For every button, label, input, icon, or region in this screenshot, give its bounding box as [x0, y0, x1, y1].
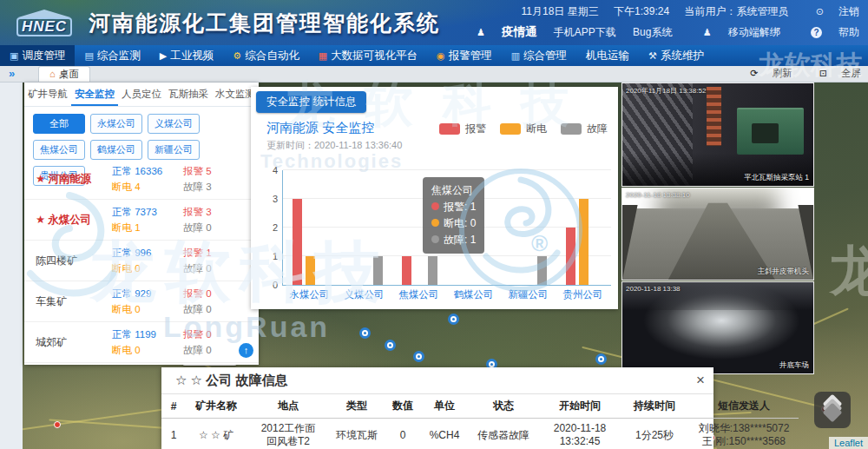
refresh-button[interactable]: ⟳刷新 [738, 68, 792, 78]
company-stats-row[interactable]: 陈四楼矿正常 996断电 0报警 1故障 0 [24, 241, 259, 281]
bar-断电-贵州公司[interactable] [579, 199, 589, 285]
table-cell: 0 [384, 419, 422, 449]
tooltip-row: 断电: 0 [431, 215, 476, 232]
bar-故障-新疆公司[interactable] [537, 256, 547, 285]
x-axis-label[interactable]: 永煤公司 [282, 288, 337, 301]
collapse-chevron-icon[interactable]: » [9, 67, 15, 80]
table-column-header: 矿井名称 [186, 394, 247, 419]
company-stats-row[interactable]: 车集矿正常 929断电 0报警 0故障 0 [24, 281, 259, 322]
main-nav: ▣调度管理▤综合监测▶工业视频⚙综合自动化▦大数据可视化平台◉报警管理▥综合管理… [0, 45, 868, 66]
map-marker[interactable] [359, 327, 371, 339]
company-name: 陈四楼矿 [24, 254, 112, 268]
bar-报警-贵州公司[interactable] [566, 228, 575, 285]
fault-panel-header: ☆ ☆ 公司 故障信息 × [161, 367, 713, 394]
chart-panel: 安全监控 统计信息 河南能源 安全监控 更新时间：2020-11-18 13:3… [251, 87, 618, 309]
map-marker[interactable] [385, 340, 396, 351]
x-axis-label[interactable]: 焦煤公司 [391, 288, 446, 301]
nav-item-dispatch-management[interactable]: ▣调度管理 [0, 45, 75, 66]
x-axis-label[interactable]: 义煤公司 [337, 288, 391, 301]
link-help[interactable]: ?帮助 [797, 26, 859, 38]
filter-button-jiaomei[interactable]: 焦煤公司 [33, 140, 85, 160]
power-off-count: 断电 0 [112, 301, 183, 317]
close-icon[interactable]: × [696, 367, 705, 393]
company-stats-row[interactable]: ★永煤公司正常 7373断电 1报警 3故障 0 [24, 200, 259, 241]
alarm-count: 报警 5 [183, 163, 254, 179]
panel-tab-mine-navigation[interactable]: 矿井导航 [24, 83, 71, 106]
camera-feed-2[interactable]: 2020-11-18 13:38:10 主斜井皮带机头 [621, 188, 814, 281]
page-title: 河南能源化工集团管理智能化系统 [89, 9, 440, 37]
panel-tab-gas-extraction[interactable]: 瓦斯抽采 [165, 83, 212, 106]
panel-tab-safety-monitoring[interactable]: 安全监控 [71, 83, 118, 106]
camera-feed-3[interactable]: 2020-11-18 13:38 井底车场 [621, 281, 814, 374]
map-marker[interactable] [595, 353, 607, 365]
y-tick-label: 4 [273, 165, 278, 175]
map-marker[interactable] [413, 351, 424, 362]
company-stats-list: ★河南能源正常 16336断电 4报警 5故障 3★永煤公司正常 7373断电 … [24, 159, 259, 365]
logout-button[interactable]: ⊙注销 [804, 5, 859, 17]
link-bug-system[interactable]: Bug系统 [633, 26, 672, 38]
left-rail [0, 83, 23, 449]
nav-item-label: 综合监测 [97, 49, 141, 63]
nav-item-system-maintenance[interactable]: ⚒系统维护 [639, 45, 713, 66]
nav-item-integrated-automation[interactable]: ⚙综合自动化 [223, 45, 308, 66]
alarm-count: 报警 0 [183, 286, 254, 301]
nav-item-label: 调度管理 [22, 49, 65, 63]
x-axis-label[interactable]: 贵州公司 [556, 288, 610, 301]
link-mobile-unbind[interactable]: ♟移动端解绑 [689, 26, 780, 38]
table-column-header: 单位 [422, 394, 467, 419]
chart-gridline [283, 255, 611, 256]
map-marker[interactable] [448, 314, 459, 325]
link-yiqingtong[interactable]: ♟疫情通 [463, 25, 536, 38]
header-right: 11月18日 星期三 下午1:39:24 当前用户：系统管理员 ⊙注销 ♟疫情通… [449, 4, 859, 40]
nav-item-electromechanical-transport[interactable]: 机电运输 [576, 45, 639, 66]
filter-button-all[interactable]: 全部 [33, 114, 85, 134]
layers-control[interactable] [814, 392, 851, 428]
table-cell: 传感器故障 [467, 419, 540, 449]
legend-swatch [500, 123, 521, 135]
header: HNEC 河南能源化工集团管理智能化系统 11月18日 星期三 下午1:39:2… [0, 0, 868, 45]
nav-item-big-data-platform[interactable]: ▦大数据可视化平台 [309, 45, 427, 66]
filter-button-yimei[interactable]: 义煤公司 [148, 114, 200, 134]
home-icon: ⌂ [49, 69, 56, 79]
bar-报警-焦煤公司[interactable] [402, 256, 411, 285]
table-row[interactable]: 1☆ ☆ 矿2012工作面 回风巷T2环境瓦斯0%CH4传感器故障2020-11… [161, 419, 799, 449]
chart-tooltip: 焦煤公司报警: 1断电: 0故障: 1 [423, 177, 484, 254]
nav-item-label: 综合自动化 [245, 49, 299, 63]
tooltip-row: 故障: 1 [431, 232, 476, 248]
bar-故障-焦煤公司[interactable] [428, 256, 437, 285]
company-stats-row[interactable]: ★河南能源正常 16336断电 4报警 5故障 3 [24, 159, 259, 200]
alarm-count: 报警 1 [183, 245, 254, 261]
x-axis-label[interactable]: 鹤煤公司 [446, 288, 501, 301]
legend-item-故障[interactable]: 故障 [561, 122, 608, 136]
bar-断电-永煤公司[interactable] [306, 256, 315, 285]
company-stats-row[interactable]: 城郊矿正常 1199断电 0报警 0故障 0 [24, 322, 259, 363]
nav-item-integrated-monitoring[interactable]: ▤综合监测 [75, 45, 149, 66]
filter-button-yongmei[interactable]: 永煤公司 [90, 114, 142, 134]
x-axis-label[interactable]: 新疆公司 [501, 288, 556, 301]
table-cell: 2012工作面 回风巷T2 [247, 419, 330, 449]
wrench-icon: ⚒ [648, 50, 657, 62]
header-links-row: ♟疫情通 手机APP下载 Bug系统 ♟移动端解绑 ?帮助 [449, 24, 859, 40]
stat-col-left: 正常 929断电 0 [112, 286, 183, 317]
nav-item-integrated-management[interactable]: ▥综合管理 [502, 45, 576, 66]
tab-desktop[interactable]: ⌂桌面 [38, 66, 90, 82]
chart-header-button[interactable]: 安全监控 统计信息 [256, 91, 366, 113]
filter-button-xinjiang[interactable]: 新疆公司 [148, 140, 200, 160]
panel-tab-personnel-location[interactable]: 人员定位 [118, 83, 165, 106]
alarm-icon: ◉ [437, 50, 445, 62]
legend-label: 报警 [465, 122, 486, 136]
bar-故障-义煤公司[interactable] [373, 256, 383, 285]
scroll-up-button[interactable]: ↑ [239, 343, 253, 358]
map-attribution[interactable]: Leaflet [829, 437, 868, 449]
legend-item-断电[interactable]: 断电 [500, 122, 547, 136]
fullscreen-button[interactable]: ⊡全屏 [807, 68, 861, 78]
filter-button-hemei[interactable]: 鹤煤公司 [90, 140, 142, 160]
monitor-icon: ▣ [10, 50, 18, 62]
table-column-header: 开始时间 [540, 394, 620, 419]
nav-item-industrial-video[interactable]: ▶工业视频 [150, 45, 223, 66]
link-app-download[interactable]: 手机APP下载 [554, 26, 616, 38]
legend-item-报警[interactable]: 报警 [439, 122, 486, 136]
bar-报警-永煤公司[interactable] [293, 199, 302, 285]
nav-item-alarm-management[interactable]: ◉报警管理 [427, 45, 502, 66]
camera-feed-1[interactable]: 2020年11月18日 13:38:52 平北瓦斯抽采泵站 1 [621, 83, 814, 187]
